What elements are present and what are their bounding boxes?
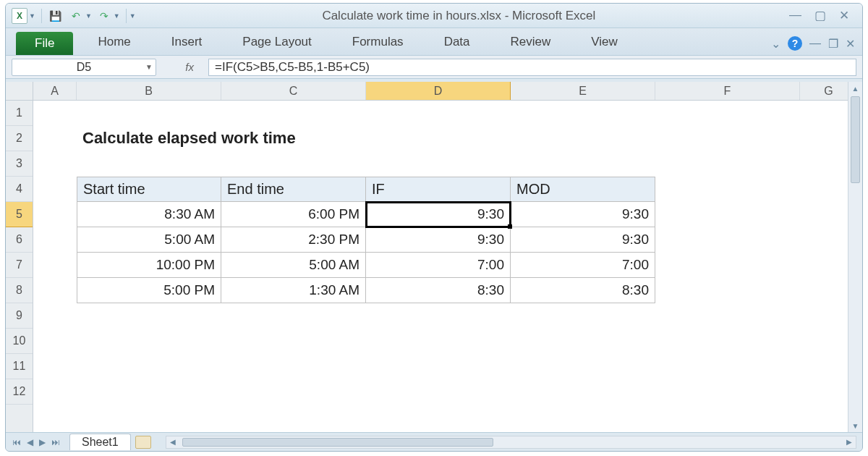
cell[interactable]: 7:00 <box>366 253 511 278</box>
quick-access-toolbar: X ▼ 💾 ↶ ▼ ↷ ▼ ▼ <box>6 8 142 24</box>
ribbon-minimize-icon[interactable]: ⌄ <box>771 37 780 51</box>
col-header[interactable]: E <box>511 82 655 100</box>
undo-button[interactable]: ↶ <box>68 8 84 24</box>
sheet-nav-buttons: ⏮ ◀ ▶ ⏭ <box>6 436 67 449</box>
row-header[interactable]: 8 <box>6 278 33 303</box>
formula-input[interactable]: =IF(C5>B5,C5-B5,1-B5+C5) <box>208 59 856 76</box>
worksheet-grid[interactable]: 1 2 3 4 5 6 7 8 9 10 11 12 A B C D E F G <box>6 82 862 432</box>
cell[interactable]: 2:30 PM <box>221 227 366 253</box>
sheet-nav-prev-icon[interactable]: ◀ <box>25 436 35 449</box>
redo-dropdown-icon[interactable]: ▼ <box>114 12 120 20</box>
ribbon-tabs: File Home Insert Page Layout Formulas Da… <box>6 28 862 56</box>
col-header[interactable]: C <box>221 82 366 100</box>
new-sheet-button[interactable] <box>135 436 151 449</box>
horizontal-scrollbar[interactable]: ◀ ▶ <box>166 436 856 449</box>
cell[interactable]: 9:30 <box>511 202 655 227</box>
cell[interactable]: 8:30 <box>511 278 655 303</box>
sheet-nav-next-icon[interactable]: ▶ <box>37 436 48 449</box>
col-header[interactable]: A <box>33 82 77 100</box>
selected-cell[interactable]: 9:30 <box>366 202 511 227</box>
window-title: Calculate work time in hours.xlsx - Micr… <box>142 9 776 23</box>
scroll-left-icon[interactable]: ◀ <box>166 436 179 448</box>
row-header[interactable]: 10 <box>6 329 33 354</box>
tab-review[interactable]: Review <box>490 30 571 55</box>
col-header[interactable]: B <box>77 82 221 100</box>
cell[interactable]: 10:00 PM <box>77 253 221 278</box>
name-box-dropdown-icon[interactable]: ▼ <box>145 63 153 71</box>
sheet-tab[interactable]: Sheet1 <box>69 434 131 450</box>
save-button[interactable]: 💾 <box>48 8 64 24</box>
scroll-thumb[interactable] <box>182 438 493 447</box>
cell[interactable]: 9:30 <box>511 227 655 253</box>
col-header[interactable]: D <box>366 82 511 100</box>
vertical-scrollbar[interactable]: ▲ ▼ <box>848 82 862 432</box>
tab-home[interactable]: Home <box>77 30 150 55</box>
fx-icon[interactable]: fx <box>181 61 198 73</box>
sheet-nav-first-icon[interactable]: ⏮ <box>10 436 23 449</box>
row-header[interactable]: 5 <box>6 202 33 227</box>
table-header[interactable]: MOD <box>511 177 655 202</box>
tab-insert[interactable]: Insert <box>151 30 223 55</box>
cell[interactable]: 7:00 <box>511 253 655 278</box>
maximize-button[interactable]: ▢ <box>814 8 826 23</box>
scroll-up-icon[interactable]: ▲ <box>848 82 862 95</box>
tab-formulas[interactable]: Formulas <box>332 30 424 55</box>
ribbon-right-controls: ⌄ ? — ❐ ✕ <box>771 36 855 51</box>
row-header[interactable]: 3 <box>6 151 33 177</box>
title-bar: X ▼ 💾 ↶ ▼ ↷ ▼ ▼ Calculate work time in h… <box>6 4 862 28</box>
separator <box>41 9 42 23</box>
row-header[interactable]: 7 <box>6 253 33 278</box>
cell[interactable]: 6:00 PM <box>221 202 366 227</box>
formula-text: =IF(C5>B5,C5-B5,1-B5+C5) <box>215 60 370 75</box>
row-headers: 1 2 3 4 5 6 7 8 9 10 11 12 <box>6 82 33 432</box>
table-header[interactable]: IF <box>366 177 511 202</box>
qat-dropdown-icon[interactable]: ▼ <box>29 12 35 20</box>
tab-view[interactable]: View <box>571 30 638 55</box>
fx-wrap: fx <box>161 59 204 76</box>
sheet-title[interactable]: Calculate elapsed work time <box>77 126 511 151</box>
separator <box>126 9 127 23</box>
cell[interactable]: 5:00 PM <box>77 278 221 303</box>
select-all-corner[interactable] <box>6 82 33 101</box>
cells: Calculate elapsed work time Start time E… <box>33 101 862 405</box>
name-box[interactable]: D5 ▼ <box>12 59 156 76</box>
scroll-down-icon[interactable]: ▼ <box>848 419 862 432</box>
cells-area: A B C D E F G Calculate elapsed work tim… <box>33 82 862 432</box>
row-header[interactable]: 1 <box>6 101 33 126</box>
row-header[interactable]: 4 <box>6 177 33 202</box>
cell[interactable]: 5:00 AM <box>221 253 366 278</box>
close-button[interactable]: ✕ <box>839 8 849 23</box>
doc-close-icon[interactable]: ✕ <box>846 37 855 51</box>
sheet-nav-last-icon[interactable]: ⏭ <box>49 436 62 449</box>
doc-minimize-icon[interactable]: — <box>809 37 821 50</box>
excel-icon: X <box>12 8 27 24</box>
name-box-value: D5 <box>77 61 91 74</box>
cell[interactable]: 8:30 AM <box>77 202 221 227</box>
row-header[interactable]: 11 <box>6 354 33 379</box>
undo-dropdown-icon[interactable]: ▼ <box>85 12 92 20</box>
formula-bar: D5 ▼ fx =IF(C5>B5,C5-B5,1-B5+C5) <box>6 56 862 79</box>
minimize-button[interactable]: — <box>789 8 801 23</box>
doc-restore-icon[interactable]: ❐ <box>828 37 838 51</box>
cell[interactable]: 8:30 <box>366 278 511 303</box>
window-controls: — ▢ ✕ <box>776 8 862 23</box>
redo-button[interactable]: ↷ <box>96 8 112 24</box>
cell[interactable]: 5:00 AM <box>77 227 221 253</box>
file-tab[interactable]: File <box>16 32 73 55</box>
row-header[interactable]: 12 <box>6 379 33 405</box>
qat-customize-icon[interactable]: ▼ <box>129 12 136 20</box>
col-header[interactable]: F <box>655 82 800 100</box>
column-headers: A B C D E F G <box>33 82 862 101</box>
table-header[interactable]: End time <box>221 177 366 202</box>
cell[interactable]: 9:30 <box>366 227 511 253</box>
scroll-right-icon[interactable]: ▶ <box>843 436 856 448</box>
scroll-thumb[interactable] <box>851 96 860 183</box>
cell[interactable]: 1:30 AM <box>221 278 366 303</box>
tab-page-layout[interactable]: Page Layout <box>222 30 331 55</box>
tab-data[interactable]: Data <box>424 30 490 55</box>
row-header[interactable]: 6 <box>6 227 33 253</box>
row-header[interactable]: 2 <box>6 126 33 151</box>
table-header[interactable]: Start time <box>77 177 221 202</box>
row-header[interactable]: 9 <box>6 303 33 329</box>
help-icon[interactable]: ? <box>788 36 802 51</box>
